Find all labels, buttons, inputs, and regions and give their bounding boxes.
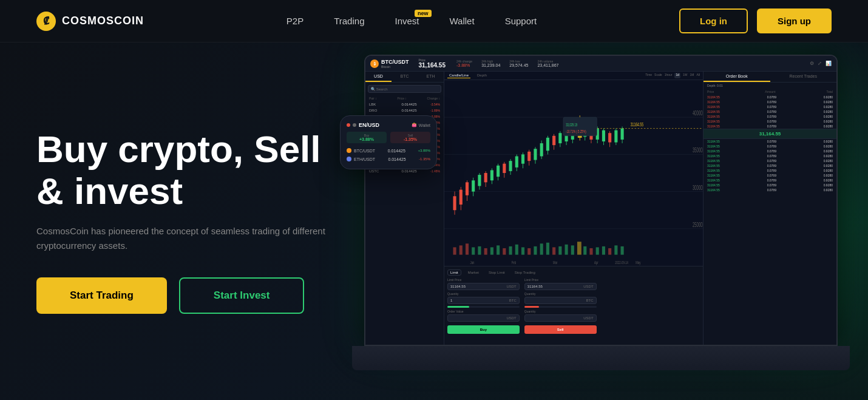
svg-rect-81 xyxy=(546,243,549,255)
tab-eth[interactable]: ETH xyxy=(418,72,444,82)
buy-button[interactable]: Buy xyxy=(447,325,520,334)
svg-rect-90 xyxy=(602,246,605,255)
sell-button[interactable]: Sell xyxy=(524,325,597,334)
buy-orderval-input[interactable]: USDT xyxy=(447,314,520,322)
sidebar-search[interactable]: 🔍 Search xyxy=(368,85,441,93)
svg-rect-79 xyxy=(534,246,537,255)
svg-rect-73 xyxy=(497,245,500,254)
ob-buy-row: 31164.550.07890.9280 xyxy=(704,168,836,173)
hero-title: Buy crypto, Sell & invest xyxy=(36,129,388,211)
nav-invest[interactable]: Invest new xyxy=(395,16,419,26)
sell-form: Limit Price 31164.55USDT Quantity BTC xyxy=(524,278,597,334)
logo-text: COSMOSCOIN xyxy=(62,15,144,27)
svg-rect-33 xyxy=(527,152,531,161)
ob-sell-row: 31164.550.07890.9280 xyxy=(704,119,836,124)
ob-depth: Depth: 0.01 xyxy=(704,83,836,89)
svg-rect-41 xyxy=(552,136,555,145)
sell-qty-input[interactable]: BTC xyxy=(524,297,597,304)
svg-text:30000k: 30000k xyxy=(693,184,703,191)
svg-rect-61 xyxy=(614,131,617,143)
svg-rect-67 xyxy=(459,245,463,254)
laptop-frame: ₿ BTC/USDT Bitcoin Price 31,164.55 xyxy=(352,55,850,370)
nav-support[interactable]: Support xyxy=(505,16,537,26)
svg-text:25000k: 25000k xyxy=(693,221,703,228)
nav-p2p[interactable]: P2P xyxy=(287,16,303,26)
ob-sell-row: 31164.550.07890.9280 xyxy=(704,95,836,100)
tab-orderbook[interactable]: Order Book xyxy=(704,72,770,82)
sell-slider[interactable] xyxy=(524,306,597,308)
svg-rect-91 xyxy=(608,248,611,255)
svg-text:-10.71% (-5.25%): -10.71% (-5.25%) xyxy=(566,129,586,134)
buy-limit-input[interactable]: 31164.55USDT xyxy=(447,283,520,290)
mobile-pair: EN/USD xyxy=(359,122,379,128)
logo[interactable]: ₡ COSMOSCOIN xyxy=(36,12,144,31)
login-button[interactable]: Log in xyxy=(679,8,748,33)
hero-section: Buy crypto, Sell & invest CosmosCoin has… xyxy=(0,42,868,400)
sidebar-col-headers: Pair ↕Price ↕Change ↕ xyxy=(365,95,444,101)
tab-btc[interactable]: BTC xyxy=(392,72,418,82)
ob-buy-row: 31164.550.07890.9280 xyxy=(704,188,836,192)
buy-qty-input[interactable]: 1BTC xyxy=(447,297,520,304)
buy-slider[interactable] xyxy=(447,306,520,308)
svg-rect-85 xyxy=(571,245,574,254)
chart-tab-depth[interactable]: Depth xyxy=(475,73,489,78)
dash-pair-info: ₿ BTC/USDT Bitcoin xyxy=(370,59,409,69)
ob-sell-row: 31164.550.07890.9280 xyxy=(704,124,836,129)
dash-pair-name: BTC/USDT xyxy=(381,59,409,65)
sell-limit-input[interactable]: 31164.55USDT xyxy=(524,283,597,290)
ob-buy-row: 31164.550.07890.9280 xyxy=(704,154,836,158)
tab-limit[interactable]: Limit xyxy=(447,269,461,276)
start-invest-button[interactable]: Start Invest xyxy=(179,277,305,314)
sell-qty2-input[interactable]: USDT xyxy=(524,314,597,322)
nav-wallet[interactable]: Wallet xyxy=(450,16,475,26)
nav-invest-label: Invest xyxy=(395,16,419,26)
svg-rect-76 xyxy=(515,245,518,255)
svg-rect-92 xyxy=(614,245,617,254)
svg-rect-19 xyxy=(484,173,487,182)
svg-rect-57 xyxy=(602,131,605,141)
order-form-area: Limit Market Stop Limit Stop Trading xyxy=(444,266,600,345)
sell-limit-label: Limit Price xyxy=(524,278,597,282)
dash-bottom: Limit Market Stop Limit Stop Trading xyxy=(444,266,703,345)
svg-text:May: May xyxy=(636,260,641,265)
tab-stop-trading[interactable]: Stop Trading xyxy=(512,269,538,276)
order-type-tabs: Limit Market Stop Limit Stop Trading xyxy=(447,269,597,276)
ob-buy-row: 31164.550.07690.9280 xyxy=(704,173,836,178)
nav-trading[interactable]: Trading xyxy=(334,16,364,26)
hero-description: CosmosCoin has pioneered the concept of … xyxy=(36,224,334,253)
signup-button[interactable]: Sign up xyxy=(757,8,832,33)
svg-rect-43 xyxy=(558,133,561,143)
laptop-screen: ₿ BTC/USDT Bitcoin Price 31,164.55 xyxy=(364,55,838,346)
dash-sidebar-tabs: USD BTC ETH xyxy=(365,72,444,83)
btc-icon: ₿ xyxy=(370,59,379,68)
tab-stop-limit[interactable]: Stop Limit xyxy=(486,269,508,276)
svg-rect-72 xyxy=(490,247,493,254)
svg-rect-69 xyxy=(472,247,475,254)
chart-tabs: Candle/Line Depth TimeScale1hour 1d 1W1M… xyxy=(444,72,703,80)
svg-text:Feb: Feb xyxy=(512,260,517,265)
svg-rect-25 xyxy=(503,164,506,173)
stat-low: 24h low 29,574.45 xyxy=(509,59,528,67)
mobile-rates: Buy +3.88% Sell -1.35% xyxy=(347,132,430,143)
svg-rect-71 xyxy=(484,248,487,255)
start-trading-button[interactable]: Start Trading xyxy=(36,277,167,314)
pair-row-lbk[interactable]: LBK0.014425-3.54% xyxy=(365,101,444,107)
tab-market[interactable]: Market xyxy=(465,269,482,276)
chart-tab-candle[interactable]: Candle/Line xyxy=(447,73,470,78)
svg-rect-93 xyxy=(621,246,624,255)
hero-left: Buy crypto, Sell & invest CosmosCoin has… xyxy=(36,129,388,313)
ob-buy-orders: 31164.550.07890.9280 31164.550.07890.928… xyxy=(704,139,836,192)
svg-rect-39 xyxy=(546,138,549,151)
ob-buy-row: 31164.550.07890.9280 xyxy=(704,149,836,154)
svg-rect-59 xyxy=(608,133,611,142)
svg-text:Mar: Mar xyxy=(553,260,557,265)
svg-text:40000k: 40000k xyxy=(693,109,703,117)
pair-row-dro[interactable]: DRO0.014425-1.89% xyxy=(365,107,444,114)
tab-recent-trades[interactable]: Recent Trades xyxy=(770,72,837,82)
svg-rect-37 xyxy=(540,143,543,156)
ob-tabs: Order Book Recent Trades xyxy=(704,72,836,83)
svg-rect-82 xyxy=(552,247,555,254)
tab-usd[interactable]: USD xyxy=(365,72,392,82)
buy-qty-label: Quantity xyxy=(447,292,520,296)
svg-rect-9 xyxy=(453,196,456,210)
